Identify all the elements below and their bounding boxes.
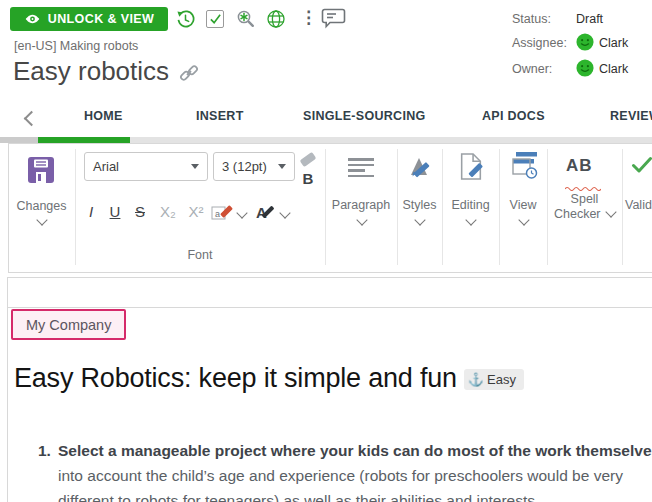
paragraph-icon [348, 158, 374, 177]
comment-icon[interactable] [321, 8, 346, 29]
spell-checker-dropdown[interactable]: Spell [547, 192, 622, 206]
tab-home[interactable]: HOME [84, 109, 123, 123]
svg-text:a: a [215, 209, 220, 219]
topic-title-row: Easy robotics [13, 56, 199, 87]
dropdown-caret-icon [278, 164, 286, 169]
document-heading[interactable]: Easy Robotics: keep it simple and fun [14, 363, 457, 394]
tabs-scroll-left-icon[interactable] [24, 111, 40, 127]
unlock-button-label: UNLOCK & VIEW [48, 12, 155, 26]
spell-checker-icon: AB [566, 156, 593, 176]
list-item-line2[interactable]: into account the child’s age and experie… [58, 466, 623, 486]
validation-dropdown[interactable]: Validation [625, 198, 652, 212]
status-row: Status: Draft [512, 9, 603, 29]
unlock-and-view-button[interactable]: UNLOCK & VIEW [10, 7, 168, 31]
link-icon[interactable] [179, 63, 199, 87]
anchor-icon: ⚓ [468, 372, 484, 387]
validation-icon [631, 156, 652, 178]
view-dropdown[interactable]: View [499, 198, 547, 212]
spell-checker-label: Checker [554, 207, 601, 221]
highlight-color-icon[interactable]: a [211, 203, 233, 227]
list-item-line1[interactable]: Select a manageable project where your k… [58, 441, 652, 461]
history-icon[interactable] [176, 10, 195, 29]
save-icon[interactable] [26, 155, 56, 189]
status-value: Draft [576, 12, 603, 26]
changes-dropdown[interactable]: Changes [8, 199, 75, 213]
company-snippet-block[interactable]: My Company [11, 309, 126, 340]
owner-value: Clark [599, 62, 628, 76]
editing-icon [459, 152, 483, 185]
ribbon-separator [622, 149, 623, 265]
spell-checker-dropdown-line2[interactable]: Checker [547, 207, 622, 221]
tab-review[interactable]: REVIEW [610, 109, 652, 123]
font-size-value: 3 (12pt) [222, 159, 267, 174]
tab-insert[interactable]: INSERT [196, 109, 244, 123]
breadcrumb: [en-US] Making robots [14, 39, 138, 53]
font-group-label: Font [75, 248, 325, 262]
anchor-badge[interactable]: ⚓ Easy [464, 369, 524, 390]
status-label: Status: [512, 12, 576, 26]
task-checkbox-icon[interactable] [206, 10, 224, 28]
eye-icon [24, 13, 41, 25]
search-settings-icon[interactable] [236, 9, 256, 29]
styles-icon [407, 153, 433, 185]
styles-dropdown[interactable]: Styles [397, 198, 442, 212]
paragraph-dropdown[interactable]: Paragraph [325, 198, 397, 212]
list-item-number: 1. [38, 441, 51, 461]
list-item-line3[interactable]: different to robots for teenagers) as we… [58, 491, 539, 502]
bold-button[interactable]: B [299, 170, 317, 187]
assignee-row: Assignee: Clark [512, 33, 628, 53]
company-label: My Company [26, 317, 111, 333]
subscript-button[interactable]: X₂ [156, 203, 180, 220]
chevron-down-icon [605, 206, 616, 217]
owner-avatar[interactable] [576, 59, 594, 80]
assignee-value: Clark [599, 36, 628, 50]
italic-button[interactable]: I [84, 203, 98, 220]
assignee-label: Assignee: [512, 36, 576, 50]
document-heading-row: Easy Robotics: keep it simple and fun ⚓ … [14, 363, 524, 394]
font-family-select[interactable]: Arial [84, 152, 208, 181]
dropdown-caret-icon [191, 164, 199, 169]
anchor-label: Easy [487, 372, 516, 387]
app-window: UNLOCK & VIEW ⋮ Status: Draft Assignee: … [0, 0, 652, 502]
owner-label: Owner: [512, 62, 576, 76]
globe-icon[interactable] [266, 9, 286, 29]
underline-button[interactable]: U [107, 203, 123, 220]
editing-dropdown[interactable]: Editing [442, 198, 499, 212]
font-family-value: Arial [93, 159, 119, 174]
strikethrough-button[interactable]: S [132, 203, 148, 220]
owner-row: Owner: Clark [512, 59, 628, 79]
tab-single-sourcing[interactable]: SINGLE-SOURCING [303, 109, 426, 123]
font-color-icon[interactable]: A [254, 202, 276, 228]
document-top-border [8, 307, 652, 308]
page-title: Easy robotics [13, 56, 169, 87]
view-icon [509, 150, 538, 184]
kebab-menu-icon[interactable]: ⋮ [300, 8, 317, 28]
assignee-avatar[interactable] [576, 33, 594, 54]
superscript-button[interactable]: X² [184, 203, 208, 220]
tab-api-docs[interactable]: API DOCS [482, 109, 545, 123]
font-size-select[interactable]: 3 (12pt) [213, 152, 295, 181]
